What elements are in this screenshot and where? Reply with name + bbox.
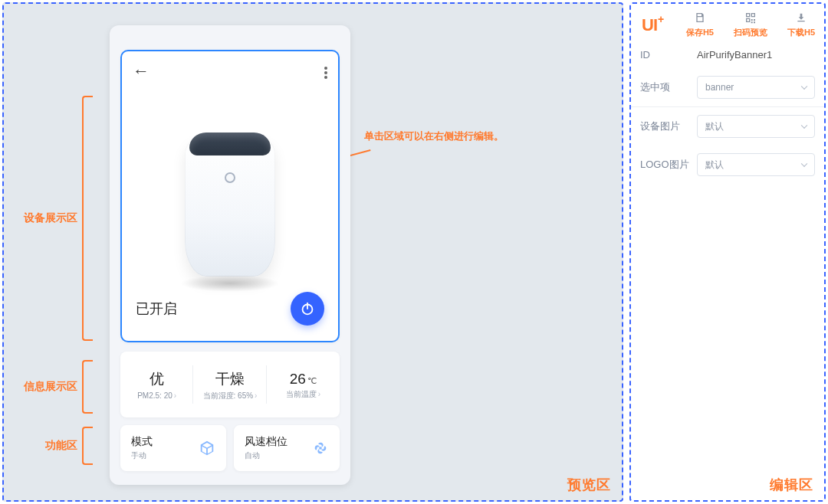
annotation-click-hint: 单击区域可以在右侧进行编辑。 xyxy=(364,129,504,143)
info-pm25-sub: PM2.5: 20› xyxy=(137,391,176,401)
logo-img-value: 默认 xyxy=(705,159,724,172)
preview-region: 设备展示区 信息展示区 功能区 单击区域可以在右侧进行编辑。 ← xyxy=(2,2,623,502)
download-h5-button[interactable]: 下载H5 xyxy=(787,11,815,38)
phone-mock: ← 已开启 xyxy=(110,25,350,485)
editor-region-label: 编辑区 xyxy=(770,476,813,494)
editor-actions: 保存H5 扫码预览 下载H5 xyxy=(686,11,815,38)
annotation-func: 功能区 xyxy=(45,427,93,465)
fan-icon xyxy=(312,440,329,457)
info-humid-sub: 当前湿度: 65%› xyxy=(203,391,258,401)
chevron-right-icon: › xyxy=(255,391,257,401)
annotation-info-label: 信息展示区 xyxy=(24,380,77,394)
prop-logo-img-label: LOGO图片 xyxy=(640,158,689,172)
annotation-info: 信息展示区 xyxy=(24,360,93,414)
device-img-select[interactable]: 默认 xyxy=(697,115,815,138)
save-h5-label: 保存H5 xyxy=(686,27,714,38)
selected-item-value: banner xyxy=(705,82,734,93)
info-card[interactable]: 优 PM2.5: 20› 干燥 当前湿度: 65%› 26℃ xyxy=(120,352,340,417)
info-temp-sub: 当前温度› xyxy=(286,390,320,399)
download-icon xyxy=(794,11,808,24)
chevron-right-icon: › xyxy=(318,390,320,399)
function-row: 模式 手动 风速档位 自动 xyxy=(120,425,340,471)
func-mode-title: 模式 xyxy=(131,435,153,449)
info-temp-value: 26℃ xyxy=(290,371,317,388)
stage: 设备展示区 信息展示区 功能区 单击区域可以在右侧进行编辑。 ← xyxy=(0,0,828,504)
func-fan-title: 风速档位 xyxy=(245,435,288,449)
qr-icon xyxy=(744,11,757,24)
device-img-value: 默认 xyxy=(705,120,724,133)
prop-selected-label: 选中项 xyxy=(640,80,689,94)
qr-preview-label: 扫码预览 xyxy=(734,27,767,38)
svg-point-2 xyxy=(319,447,322,450)
info-humid-value: 干燥 xyxy=(215,369,245,389)
more-icon[interactable] xyxy=(324,67,327,79)
info-pm25[interactable]: 优 PM2.5: 20› xyxy=(120,352,193,417)
banner-header: ← xyxy=(133,62,327,83)
info-temp[interactable]: 26℃ 当前温度› xyxy=(267,352,340,417)
logo-img-select[interactable]: 默认 xyxy=(697,153,815,176)
annotation-display: 设备展示区 xyxy=(24,96,93,341)
prop-id-value: AirPurifyBanner1 xyxy=(697,49,815,61)
editor-region: UI+ 保存H5 扫码预览 xyxy=(629,2,826,502)
func-fan-sub: 自动 xyxy=(245,450,288,461)
prop-device-img-label: 设备图片 xyxy=(640,119,689,133)
logo: UI+ xyxy=(642,15,663,35)
device-shadow xyxy=(180,275,280,292)
func-mode-sub: 手动 xyxy=(131,450,153,461)
power-icon xyxy=(299,300,316,317)
power-state-label: 已开启 xyxy=(136,299,177,318)
selected-item-select[interactable]: banner xyxy=(697,76,815,99)
preview-region-label: 预览区 xyxy=(567,476,611,494)
annotation-func-label: 功能区 xyxy=(45,439,77,453)
download-h5-label: 下载H5 xyxy=(787,27,815,38)
power-button[interactable] xyxy=(291,292,324,326)
prop-device-img-row: 设备图片 默认 xyxy=(631,106,824,146)
annotation-display-label: 设备展示区 xyxy=(24,211,77,225)
prop-id-row: ID AirPurifyBanner1 xyxy=(631,41,824,68)
prop-logo-img-row: LOGO图片 默认 xyxy=(631,146,824,184)
back-arrow-icon[interactable]: ← xyxy=(133,63,150,80)
power-row: 已开启 xyxy=(136,292,324,326)
info-humid[interactable]: 干燥 当前湿度: 65%› xyxy=(193,352,266,417)
device-illustration xyxy=(185,136,275,277)
banner-card[interactable]: ← 已开启 xyxy=(120,50,340,342)
chevron-right-icon: › xyxy=(174,391,176,401)
save-h5-button[interactable]: 保存H5 xyxy=(686,11,714,38)
func-fan-card[interactable]: 风速档位 自动 xyxy=(234,425,340,471)
editor-header: UI+ 保存H5 扫码预览 xyxy=(631,4,824,41)
prop-id-label: ID xyxy=(640,49,689,61)
qr-preview-button[interactable]: 扫码预览 xyxy=(734,11,767,38)
info-pm25-value: 优 xyxy=(150,369,164,389)
cube-icon xyxy=(199,440,215,457)
func-mode-card[interactable]: 模式 手动 xyxy=(120,425,226,471)
prop-selected-row: 选中项 banner xyxy=(631,68,824,106)
save-icon xyxy=(693,11,707,24)
